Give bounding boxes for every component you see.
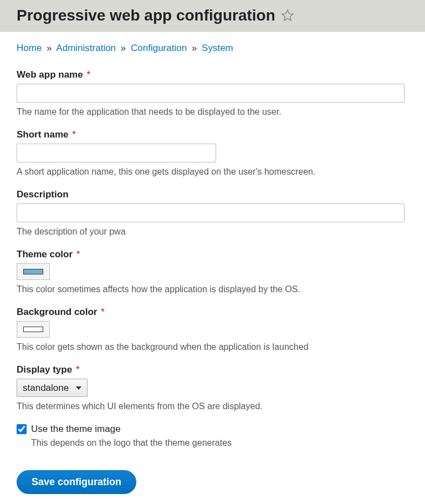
theme-color-swatch [23,269,43,274]
display-type-select-wrap: standalone [17,379,88,397]
short-name-label-text: Short name [17,129,69,140]
web-app-name-input[interactable] [17,84,404,103]
save-configuration-button[interactable]: Save configuration [17,470,136,494]
breadcrumb-configuration[interactable]: Configuration [131,43,187,53]
description-description: The description of your pwa [17,227,408,237]
required-marker: * [76,249,80,259]
theme-color-input[interactable] [17,263,50,280]
breadcrumb-separator: » [192,43,197,53]
field-use-theme-image: Use the theme image This depends on the … [17,424,408,448]
header-bar: Progressive web app configuration [0,0,425,32]
theme-color-description: This color sometimes affects how the app… [17,284,408,294]
required-marker: * [101,307,105,317]
breadcrumb: Home » Administration » Configuration » … [17,43,408,54]
required-marker: * [86,69,90,80]
theme-color-label: Theme color * [17,249,408,260]
field-theme-color: Theme color * This color sometimes affec… [17,249,408,294]
field-display-type: Display type * standalone This determine… [17,364,408,411]
required-marker: * [72,129,76,140]
web-app-name-label: Web app name * [17,69,408,80]
description-label: Description [17,189,408,200]
description-input[interactable] [17,203,404,222]
breadcrumb-separator: » [121,43,126,53]
field-description: Description The description of your pwa [17,189,408,237]
display-type-label: Display type * [17,364,408,375]
svg-marker-0 [282,10,293,21]
background-color-input[interactable] [17,321,50,338]
theme-color-label-text: Theme color [17,249,73,259]
field-background-color: Background color * This color gets shown… [17,307,408,352]
web-app-name-description: The name for the application that needs … [17,107,408,117]
field-short-name: Short name * A short application name, t… [17,129,408,177]
display-type-select[interactable]: standalone [17,379,87,396]
field-web-app-name: Web app name * The name for the applicat… [17,69,408,117]
background-color-label-text: Background color [17,307,97,317]
web-app-name-label-text: Web app name [17,69,83,80]
background-color-description: This color gets shown as the background … [17,342,408,352]
use-theme-image-description: This depends on the logo that the theme … [31,438,408,448]
required-marker: * [76,364,80,375]
display-type-label-text: Display type [17,364,72,375]
page-title: Progressive web app configuration [17,7,408,24]
background-color-label: Background color * [17,307,408,318]
use-theme-image-label[interactable]: Use the theme image [31,424,121,435]
breadcrumb-system[interactable]: System [202,43,233,53]
content-region: Home » Administration » Configuration » … [0,32,425,504]
star-icon[interactable] [281,9,294,22]
short-name-label: Short name * [17,129,408,140]
use-theme-image-row: Use the theme image [17,424,408,435]
page-title-text: Progressive web app configuration [17,7,275,24]
background-color-swatch [23,327,43,332]
breadcrumb-administration[interactable]: Administration [56,43,116,53]
breadcrumb-separator: » [47,43,52,53]
display-type-description: This determines which UI elements from t… [17,401,408,411]
short-name-description: A short application name, this one gets … [17,167,408,177]
use-theme-image-checkbox[interactable] [17,424,27,434]
breadcrumb-home[interactable]: Home [17,43,42,53]
short-name-input[interactable] [17,144,216,162]
